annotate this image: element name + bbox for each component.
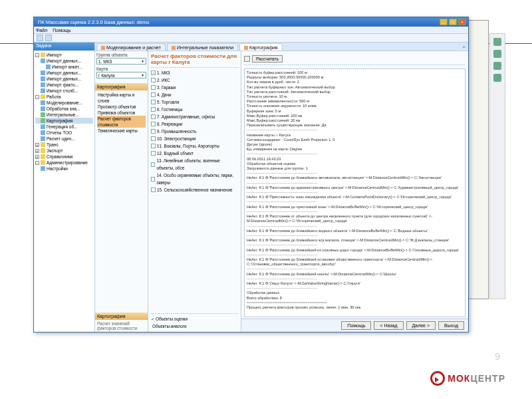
- factor-checkbox[interactable]: 2. ИКС: [151, 76, 238, 84]
- window-title: ПК Массовая оценка 2.2.3.0 База данных: …: [36, 19, 438, 25]
- wizard-buttons: Помощь < Назад Далее > Выход: [241, 319, 468, 332]
- map-select[interactable]: г Калуга▼: [96, 72, 146, 78]
- nav-bottom-text: Расчет значений факторов стоимости: [95, 320, 148, 332]
- factor-checkbox[interactable]: 9. Промышленность: [151, 128, 238, 135]
- tree-item-cartography: Картография: [35, 118, 93, 124]
- nav-item[interactable]: Просмотр объектов: [97, 104, 146, 110]
- factor-checkbox[interactable]: 11. Вокзалы, Порты, Аэропорты: [151, 142, 238, 150]
- wizard-nav: Группа объекта 1. МКЗ▼ Карта г Калуга▼ К…: [95, 51, 148, 332]
- back-button[interactable]: < Назад: [374, 321, 403, 330]
- group-label: Группа объекта: [96, 53, 146, 57]
- factor-checkbox[interactable]: 7. Административные, офисы: [151, 113, 238, 120]
- nav-item[interactable]: Привязка объектов: [97, 110, 146, 116]
- help-button[interactable]: Помощь: [341, 321, 371, 330]
- tree-header: Задачи: [34, 43, 94, 51]
- toolbar: [34, 34, 468, 43]
- factor-checkbox[interactable]: 15. Сельскохозяйственное назначение: [151, 186, 238, 194]
- tab-close-icon[interactable]: ×: [462, 44, 466, 50]
- menubar: Файл Помощь: [34, 27, 468, 34]
- toolbar-button[interactable]: [37, 35, 43, 41]
- calc-log[interactable]: Точность буфер.расстояний: 100 мРадиусы …: [244, 68, 466, 317]
- map-label: Карта: [96, 66, 146, 71]
- factor-checkbox[interactable]: 5. Торговля: [151, 98, 238, 106]
- nav-heading: Картография: [95, 83, 148, 90]
- toolbar-button[interactable]: [45, 35, 52, 41]
- menu-help[interactable]: Помощь: [53, 28, 70, 33]
- factor-checkbox[interactable]: 14. Особо охраняемые объекты, парки, скв…: [151, 172, 238, 186]
- menu-file[interactable]: Файл: [36, 28, 47, 33]
- nav-item[interactable]: Настройка карты и слоев: [97, 92, 146, 104]
- nav-item-factors[interactable]: Расчет факторов стоимости: [97, 116, 146, 128]
- factor-checkbox[interactable]: 4. Дачи: [151, 91, 238, 98]
- factor-checkbox[interactable]: 10. Электростанции: [151, 135, 238, 142]
- titlebar[interactable]: ПК Массовая оценка 2.2.3.0 База данных: …: [34, 17, 468, 27]
- checkbox-eval-objects[interactable]: ✓Объекты оценки: [151, 315, 238, 323]
- group-select[interactable]: 1. МКЗ▼: [96, 58, 146, 65]
- nav-bottom-heading: Картография: [95, 313, 148, 320]
- factor-checklist: Расчет факторов стоимости для карты г Ка…: [148, 51, 241, 332]
- main-window: ПК Массовая оценка 2.2.3.0 База данных: …: [33, 17, 469, 332]
- tab-modeling[interactable]: Моделирование и расчет: [96, 43, 166, 51]
- factor-checkbox[interactable]: ✓1. МКЗ: [151, 69, 238, 76]
- minimize-button[interactable]: _: [440, 19, 448, 25]
- maximize-button[interactable]: □: [449, 19, 457, 25]
- task-tree-panel: Задачи -Импорт Импорт данных... Импорт а…: [34, 43, 95, 332]
- calculate-button[interactable]: Рассчитать: [252, 55, 283, 63]
- progress-icon: [244, 56, 250, 62]
- logo-icon: [430, 371, 445, 386]
- factor-checkbox[interactable]: 12. Водный объект: [151, 150, 238, 157]
- tab-bar: Моделирование и расчет Интегральные пока…: [95, 43, 468, 51]
- tab-cartography[interactable]: Картография: [239, 43, 283, 51]
- calc-panel: Рассчитать Точность буфер.расстояний: 10…: [241, 51, 468, 332]
- close-button[interactable]: ×: [458, 19, 466, 25]
- slide-number: 9: [495, 351, 500, 362]
- tab-integral[interactable]: Интегральные показатели: [167, 43, 238, 51]
- nav-item[interactable]: Тематические карты: [97, 128, 146, 134]
- factor-checkbox[interactable]: 13. Линейные объекты, военные объекты, о…: [151, 157, 238, 172]
- task-tree[interactable]: -Импорт Импорт данных... Импорт анкет...…: [34, 51, 94, 173]
- factor-checkbox[interactable]: 3. Гаражи: [151, 84, 238, 91]
- factor-checkbox[interactable]: 8. Рекреации: [151, 120, 238, 128]
- next-button[interactable]: Далее >: [406, 321, 436, 330]
- checklist-title: Расчет факторов стоимости для карты г Ка…: [151, 53, 238, 65]
- factor-checkbox[interactable]: 6. Гостиницы: [151, 106, 238, 113]
- exit-button[interactable]: Выход: [438, 321, 464, 330]
- checkbox-analog-objects[interactable]: Объекты-аналоги: [151, 323, 238, 330]
- logo: МОКЦЕНТР: [430, 371, 505, 386]
